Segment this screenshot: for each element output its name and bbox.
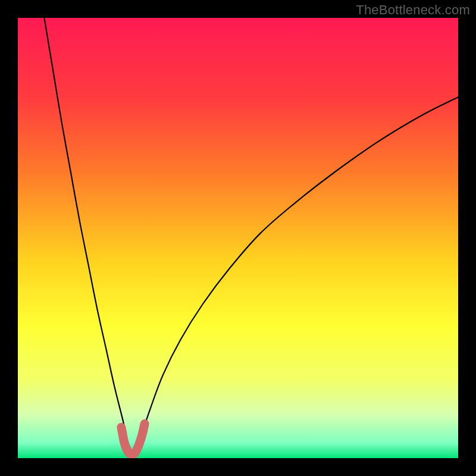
bottleneck-curve <box>44 18 458 454</box>
chart-frame: TheBottleneck.com <box>0 0 476 476</box>
plot-area <box>18 18 458 458</box>
watermark-text: TheBottleneck.com <box>356 2 470 18</box>
curve-layer <box>18 18 458 458</box>
optimal-zone-highlight <box>121 424 145 455</box>
